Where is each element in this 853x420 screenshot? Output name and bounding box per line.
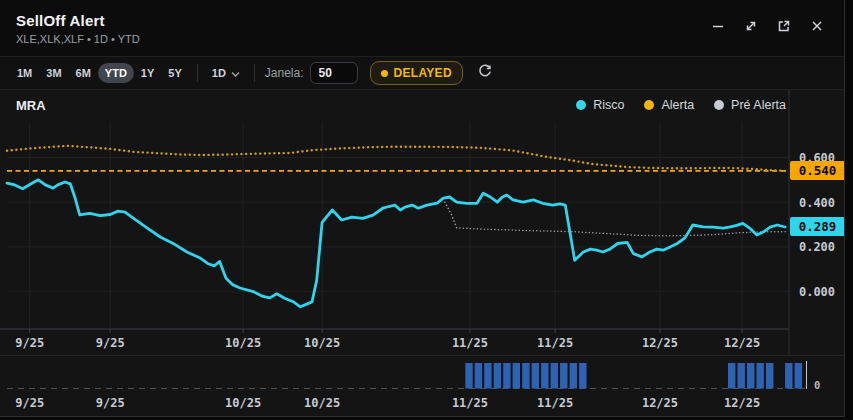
range-button-1y[interactable]: 1Y (134, 63, 161, 83)
minimize-icon (710, 18, 726, 38)
svg-text:11/25: 11/25 (452, 396, 488, 410)
screen: SellOff Alert XLE,XLK,XLF • 1D • YTD (0, 0, 853, 420)
chart-pane: MRA Risco Alerta Pré Alerta 9/259/2510/2… (0, 90, 844, 417)
range-button-3m[interactable]: 3M (39, 63, 68, 83)
close-button[interactable] (808, 19, 826, 37)
delayed-label: DELAYED (394, 66, 452, 80)
svg-text:12/25: 12/25 (724, 396, 760, 410)
svg-text:9/25: 9/25 (96, 336, 125, 350)
indicator-label: MRA (16, 98, 46, 113)
pre-alerta-dot-icon (714, 100, 724, 110)
svg-text:11/25: 11/25 (537, 336, 573, 350)
svg-text:10/25: 10/25 (304, 336, 340, 350)
svg-text:0: 0 (814, 379, 820, 391)
toolbar-divider (197, 64, 198, 82)
svg-text:9/25: 9/25 (15, 396, 44, 410)
refresh-icon (477, 63, 493, 83)
interval-dropdown[interactable]: 1D (206, 63, 246, 83)
svg-text:0.200: 0.200 (799, 240, 835, 254)
range-button-5y[interactable]: 5Y (161, 63, 188, 83)
legend-item-pre-alerta[interactable]: Pré Alerta (714, 98, 786, 112)
window-size-input[interactable] (310, 62, 358, 84)
toolbar-divider (254, 64, 255, 82)
selloff-alert-window: SellOff Alert XLE,XLK,XLF • 1D • YTD (0, 0, 845, 417)
legend-label: Pré Alerta (731, 98, 786, 112)
title-bar: SellOff Alert XLE,XLK,XLF • 1D • YTD (0, 0, 844, 56)
risco-price-badge: 0.289 (790, 217, 845, 236)
range-button-1m[interactable]: 1M (10, 63, 39, 83)
interval-value: 1D (212, 67, 226, 79)
svg-text:11/25: 11/25 (452, 336, 488, 350)
alerta-price-badge: 0.540 (790, 161, 845, 180)
svg-text:9/25: 9/25 (96, 396, 125, 410)
svg-text:12/25: 12/25 (642, 336, 678, 350)
legend-label: Alerta (661, 98, 694, 112)
svg-text:12/25: 12/25 (724, 336, 760, 350)
window-controls (709, 19, 826, 37)
legend-item-alerta[interactable]: Alerta (644, 98, 694, 112)
close-icon (809, 18, 825, 38)
refresh-button[interactable] (475, 63, 495, 83)
risco-dot-icon (576, 100, 586, 110)
window-title: SellOff Alert (16, 12, 140, 29)
open-external-icon (776, 18, 792, 38)
window-input-label: Janela: (265, 66, 304, 80)
delayed-badge[interactable]: DELAYED (370, 61, 463, 85)
svg-text:10/25: 10/25 (304, 396, 340, 410)
delayed-dot-icon (381, 70, 388, 77)
svg-text:9/25: 9/25 (15, 336, 44, 350)
svg-text:10/25: 10/25 (225, 336, 261, 350)
svg-text:0.400: 0.400 (799, 196, 835, 210)
open-external-button[interactable] (775, 19, 793, 37)
legend: Risco Alerta Pré Alerta (576, 98, 786, 112)
alerta-dot-icon (644, 100, 654, 110)
legend-label: Risco (593, 98, 624, 112)
svg-text:10/25: 10/25 (225, 396, 261, 410)
expand-button[interactable] (742, 19, 760, 37)
chart-toolbar: 1M 3M 6M YTD 1Y 5Y 1D Janela: DELAYED (0, 56, 844, 90)
title-block: SellOff Alert XLE,XLK,XLF • 1D • YTD (16, 12, 140, 45)
range-button-6m[interactable]: 6M (69, 63, 98, 83)
range-button-ytd[interactable]: YTD (98, 63, 134, 83)
svg-text:12/25: 12/25 (642, 396, 678, 410)
expand-icon (743, 18, 759, 38)
svg-text:0.000: 0.000 (799, 285, 835, 299)
minimize-button[interactable] (709, 19, 727, 37)
legend-item-risco[interactable]: Risco (576, 98, 624, 112)
chevron-down-icon (231, 67, 240, 79)
window-subtitle: XLE,XLK,XLF • 1D • YTD (16, 33, 140, 45)
svg-text:11/25: 11/25 (537, 396, 573, 410)
chart-canvas[interactable]: 9/259/2510/2510/2511/2511/2512/2512/250.… (0, 90, 845, 417)
